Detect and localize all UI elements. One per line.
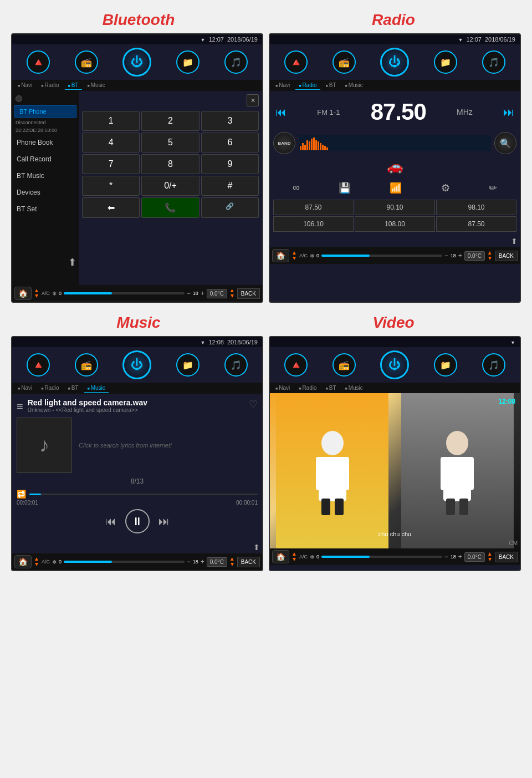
video-power-btn[interactable] <box>380 350 409 379</box>
temp-down-left[interactable]: ▲ <box>34 293 39 299</box>
music-navi-btn[interactable] <box>27 353 50 377</box>
home-button[interactable]: 🏠 <box>14 287 32 300</box>
temp-up-left[interactable]: ▲ <box>34 288 39 293</box>
video-temp-up-l[interactable]: ▲ <box>291 551 297 557</box>
radio-temp-down-r[interactable]: ▲ <box>487 256 493 261</box>
key-7[interactable]: 7 <box>82 154 140 174</box>
video-tab-navi[interactable]: Navi <box>272 384 293 392</box>
music-scroll-up[interactable]: ⬆ <box>253 543 260 552</box>
radio-plus-btn[interactable]: + <box>458 252 462 260</box>
radio-folder-btn[interactable] <box>434 50 457 74</box>
band-button[interactable]: BAND <box>273 132 295 154</box>
edit-btn[interactable]: ✏ <box>484 180 502 196</box>
video-temp-down-r[interactable]: ▲ <box>487 557 493 562</box>
menu-devices[interactable]: Devices <box>12 184 79 201</box>
key-5[interactable]: 5 <box>141 133 199 152</box>
music-minus-btn[interactable]: − <box>187 558 191 566</box>
prev-track-btn[interactable]: ⏮ <box>105 515 116 528</box>
repeat-icon[interactable]: 🔁 <box>17 490 26 499</box>
scroll-up-icon[interactable]: ⬆ <box>511 237 518 246</box>
upload-icon[interactable]: ⬆ <box>68 256 76 268</box>
radio-minus-btn[interactable]: − <box>444 252 448 260</box>
music-home-btn[interactable]: 🏠 <box>14 555 32 568</box>
music-temp-down-r[interactable]: ▲ <box>229 562 235 567</box>
search-button[interactable]: 🔍 <box>494 132 516 154</box>
key-0[interactable]: 0/+ <box>141 176 199 196</box>
temp-up-right[interactable]: ▲ <box>229 288 235 293</box>
radio-temp-up-r[interactable]: ▲ <box>487 250 493 256</box>
menu-call-record[interactable]: Call Record <box>12 151 79 167</box>
loop-btn[interactable]: ∞ <box>288 180 304 196</box>
music-plus-btn[interactable]: + <box>201 558 204 566</box>
music-temp-up-l[interactable]: ▲ <box>34 556 39 562</box>
preset-5[interactable]: 108.00 <box>355 216 435 232</box>
music-icon-btn[interactable] <box>224 50 248 74</box>
key-back[interactable]: ⬅ <box>82 197 140 218</box>
next-station-btn[interactable]: ⏭ <box>503 106 514 119</box>
preset-6[interactable]: 87.50 <box>436 216 516 232</box>
tab-radio[interactable]: Radio <box>38 81 62 90</box>
key-link[interactable]: 🔗 <box>201 197 259 218</box>
key-star[interactable]: * <box>82 176 140 196</box>
key-1[interactable]: 1 <box>82 111 140 131</box>
music-power-btn[interactable] <box>122 350 151 379</box>
minus-btn[interactable]: − <box>187 289 191 297</box>
radio-tab-radio[interactable]: Radio <box>295 81 320 90</box>
video-back-btn[interactable]: BACK <box>495 552 518 562</box>
radio-navi-btn[interactable] <box>284 50 308 74</box>
radio-back-btn[interactable]: BACK <box>495 251 518 261</box>
video-folder-btn[interactable] <box>434 353 457 377</box>
favorite-btn[interactable]: ♡ <box>249 398 258 410</box>
next-track-btn[interactable]: ⏭ <box>158 515 170 528</box>
radio-music-btn[interactable] <box>482 50 505 74</box>
music-radio-btn[interactable] <box>75 353 98 377</box>
music-temp-up-r[interactable]: ▲ <box>229 556 235 562</box>
video-temp-down-l[interactable]: ▲ <box>291 557 297 562</box>
music-tab-navi[interactable]: Navi <box>14 384 35 393</box>
radio-power-btn[interactable] <box>380 48 409 77</box>
video-minus-btn[interactable]: − <box>444 553 448 561</box>
preset-3[interactable]: 98.10 <box>436 200 516 215</box>
power-icon-btn[interactable] <box>122 48 151 77</box>
radio-tab-navi[interactable]: Navi <box>272 81 293 90</box>
tab-navi[interactable]: Navi <box>14 81 35 90</box>
video-music-btn[interactable] <box>482 353 505 377</box>
radio-home-btn[interactable]: 🏠 <box>272 249 289 262</box>
save-btn[interactable]: 💾 <box>334 180 355 196</box>
key-6[interactable]: 6 <box>201 133 259 152</box>
menu-bt-set[interactable]: BT Set <box>12 201 79 217</box>
video-tab-radio[interactable]: Radio <box>295 384 320 392</box>
radio-radio-btn[interactable] <box>332 50 356 74</box>
pause-btn[interactable]: ⏸ <box>125 509 150 533</box>
key-3[interactable]: 3 <box>201 111 259 131</box>
radio-temp-down-l[interactable]: ▲ <box>291 256 297 261</box>
temp-down-right[interactable]: ▲ <box>229 293 235 299</box>
radio-icon-btn[interactable] <box>75 50 98 74</box>
plus-btn[interactable]: + <box>201 289 204 297</box>
preset-1[interactable]: 87.50 <box>273 200 354 215</box>
settings-btn[interactable]: ⚙ <box>437 180 454 196</box>
signal-btn[interactable]: 📶 <box>385 180 406 196</box>
bt-phone-button[interactable]: BT Phone <box>14 105 76 118</box>
tab-bt[interactable]: BT <box>65 81 82 90</box>
radio-temp-up-l[interactable]: ▲ <box>291 250 297 256</box>
music-folder-btn[interactable] <box>176 353 200 377</box>
video-temp-up-r[interactable]: ▲ <box>487 551 493 557</box>
video-radio-btn[interactable] <box>332 353 356 377</box>
music-tab-bt[interactable]: BT <box>65 384 82 393</box>
key-4[interactable]: 4 <box>82 133 140 152</box>
prev-station-btn[interactable]: ⏮ <box>275 106 287 119</box>
key-call[interactable]: 📞 <box>141 197 199 218</box>
video-home-btn[interactable]: 🏠 <box>272 550 289 563</box>
radio-tab-bt[interactable]: BT <box>323 81 340 90</box>
video-navi-btn[interactable] <box>284 353 308 377</box>
lyrics-area[interactable]: Click to search lyrics from internet! <box>79 418 258 473</box>
key-8[interactable]: 8 <box>141 154 199 174</box>
key-2[interactable]: 2 <box>141 111 199 131</box>
music-temp-down-l[interactable]: ▲ <box>34 562 39 567</box>
music-music-btn[interactable] <box>224 353 248 377</box>
key-hash[interactable]: # <box>201 176 259 196</box>
video-tab-bt[interactable]: BT <box>323 384 340 392</box>
folder-icon-btn[interactable] <box>176 50 200 74</box>
menu-bt-music[interactable]: BT Music <box>12 167 79 184</box>
